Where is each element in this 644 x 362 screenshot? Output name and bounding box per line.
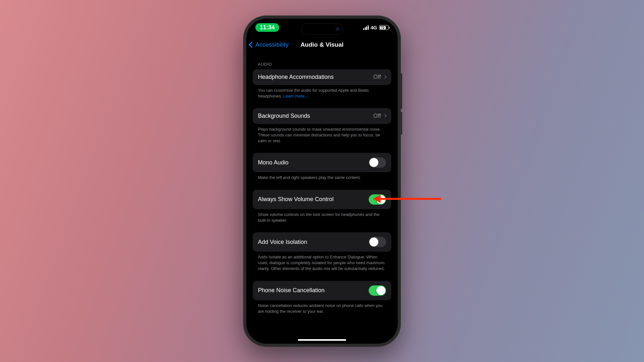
back-label: Accessibility [255, 41, 289, 48]
network-label: 4G [371, 25, 377, 30]
row-footer: Show volume controls on the lock screen … [258, 212, 386, 223]
row-value: Off [373, 113, 381, 119]
battery-icon: 72 [379, 25, 389, 30]
row-add-voice-isolation[interactable]: Add Voice Isolation [253, 232, 391, 252]
row-footer: Adds Isolate as an additional option to … [258, 254, 386, 272]
learn-more-link[interactable]: Learn more… [283, 94, 309, 98]
back-button[interactable]: Accessibility [250, 41, 289, 48]
row-value-group: Off [373, 74, 386, 80]
signal-icon [363, 25, 369, 30]
row-label: Add Voice Isolation [258, 239, 307, 246]
front-camera-icon [336, 27, 339, 31]
home-indicator[interactable] [298, 339, 346, 341]
row-label: Background Sounds [258, 113, 310, 119]
section-header-audio: AUDIO [258, 62, 386, 67]
status-right: 4G 72 [363, 25, 389, 30]
chevron-right-icon [383, 75, 386, 79]
row-footer: You can customise the audio for supporte… [258, 88, 386, 99]
row-mono-audio[interactable]: Mono Audio [253, 153, 391, 172]
phone-frame: 11:34 4G 72 Accessibility Audio & Visual… [243, 15, 401, 347]
screen: 11:34 4G 72 Accessibility Audio & Visual… [246, 19, 398, 344]
toggle-mono-audio[interactable] [369, 157, 386, 168]
row-footer: Noise cancellation reduces ambient noise… [258, 303, 386, 314]
chevron-right-icon [383, 114, 386, 118]
chevron-left-icon [249, 42, 255, 48]
toggle-add-voice-isolation[interactable] [369, 237, 386, 247]
row-value-group: Off [373, 113, 386, 119]
row-footer: Make the left and right speakers play th… [258, 175, 386, 181]
row-value: Off [373, 74, 381, 80]
battery-percent: 72 [380, 26, 386, 30]
dynamic-island [301, 23, 343, 35]
row-background-sounds[interactable]: Background Sounds Off [253, 108, 391, 124]
row-label: Headphone Accommodations [258, 74, 334, 80]
row-label: Phone Noise Cancellation [258, 287, 325, 294]
row-footer: Plays background sounds to mask unwanted… [258, 126, 386, 144]
row-label: Always Show Volume Control [258, 196, 334, 203]
status-time[interactable]: 11:34 [255, 23, 279, 32]
row-label: Mono Audio [258, 159, 289, 166]
toggle-phone-noise-cancellation[interactable] [369, 285, 386, 296]
row-phone-noise-cancellation[interactable]: Phone Noise Cancellation [253, 281, 391, 300]
row-headphone-accommodations[interactable]: Headphone Accommodations Off [253, 69, 391, 85]
annotation-arrow [380, 198, 441, 200]
row-always-show-volume[interactable]: Always Show Volume Control [253, 190, 391, 209]
nav-bar: Accessibility Audio & Visual [246, 37, 398, 53]
